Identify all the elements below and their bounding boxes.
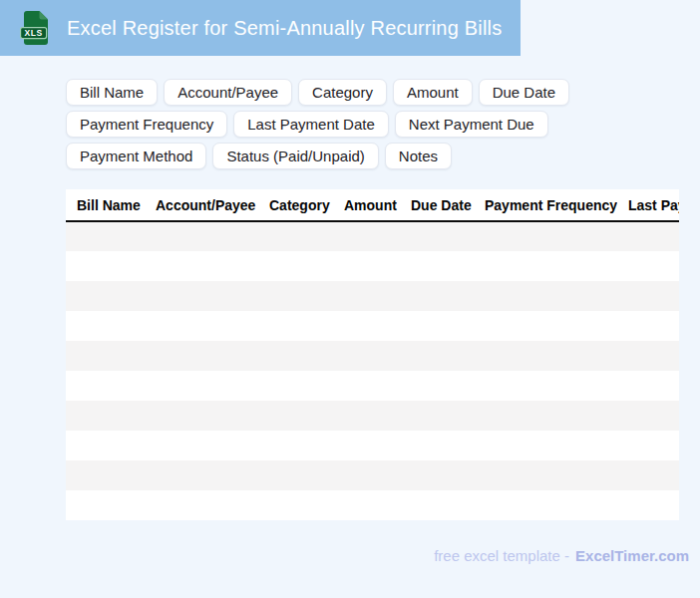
- field-chip: Bill Name: [66, 79, 158, 106]
- table-cell: [66, 311, 145, 341]
- table-cell: [617, 311, 679, 341]
- table-cell: [400, 221, 474, 251]
- table-cell: [400, 490, 474, 520]
- table-cell: [474, 251, 617, 281]
- field-chip: Payment Frequency: [66, 111, 227, 138]
- table-cell: [400, 401, 474, 431]
- table-cell: [145, 460, 258, 490]
- column-header: Payment Frequency: [474, 189, 617, 221]
- field-chip: Notes: [385, 143, 452, 169]
- table-cell: [333, 490, 400, 520]
- table-cell: [66, 401, 145, 431]
- table-cell: [258, 311, 333, 341]
- table-row: [66, 401, 679, 431]
- table-cell: [617, 281, 679, 311]
- page-title: Excel Register for Semi-Annually Recurri…: [67, 17, 502, 40]
- table-cell: [400, 460, 474, 490]
- table-cell: [258, 401, 333, 431]
- table-cell: [333, 460, 400, 490]
- column-header: Amount: [333, 189, 400, 221]
- table-cell: [145, 490, 258, 520]
- page: { "header": { "title": "Excel Register f…: [0, 0, 700, 598]
- table-cell: [66, 281, 145, 311]
- table-row: [66, 311, 679, 341]
- table-cell: [145, 401, 258, 431]
- xls-file-icon: XLS: [20, 10, 50, 46]
- column-header: Bill Name: [66, 189, 145, 221]
- table-row: [66, 490, 679, 520]
- table-cell: [474, 311, 617, 341]
- column-header: Last Payment Date: [617, 189, 679, 221]
- table-cell: [258, 221, 333, 251]
- table-row: [66, 460, 679, 490]
- field-chip: Category: [298, 79, 387, 106]
- table-cell: [474, 490, 617, 520]
- xls-badge-label: XLS: [25, 28, 43, 38]
- field-chip: Last Payment Date: [233, 111, 389, 138]
- footer-note: free excel template -ExcelTimer.com: [0, 547, 700, 564]
- field-chip: Amount: [393, 79, 473, 106]
- field-chip: Payment Method: [66, 143, 206, 169]
- table-cell: [145, 311, 258, 341]
- table-cell: [400, 281, 474, 311]
- table-cell: [617, 490, 679, 520]
- column-header: Account/Payee: [145, 189, 258, 221]
- table-cell: [258, 460, 333, 490]
- field-chip: Next Payment Due: [395, 111, 548, 138]
- table-cell: [617, 371, 679, 401]
- table-cell: [258, 341, 333, 371]
- table-cell: [474, 221, 617, 251]
- table-cell: [617, 341, 679, 371]
- table-cell: [333, 371, 400, 401]
- field-chip: Account/Payee: [164, 79, 292, 106]
- table-row: [66, 341, 679, 371]
- table-row: [66, 221, 679, 251]
- table-cell: [474, 401, 617, 431]
- table-cell: [474, 371, 617, 401]
- field-chip: Status (Paid/Unpaid): [212, 143, 378, 169]
- column-header: Category: [258, 189, 333, 221]
- table-cell: [617, 251, 679, 281]
- table-cell: [145, 431, 258, 460]
- table-cell: [145, 281, 258, 311]
- table-cell: [66, 251, 145, 281]
- table-cell: [400, 431, 474, 460]
- table-cell: [400, 251, 474, 281]
- register-table: Bill NameAccount/PayeeCategoryAmountDue …: [66, 189, 679, 520]
- table-cell: [333, 341, 400, 371]
- table-cell: [258, 251, 333, 281]
- table-cell: [474, 281, 617, 311]
- footer-brand-link[interactable]: ExcelTimer.com: [575, 547, 689, 564]
- table-cell: [66, 221, 145, 251]
- table-cell: [258, 371, 333, 401]
- table-cell: [66, 460, 145, 490]
- footer-text: free excel template -: [434, 547, 569, 564]
- table-cell: [258, 431, 333, 460]
- table-row: [66, 281, 679, 311]
- field-chip: Due Date: [479, 79, 569, 106]
- table-row: [66, 251, 679, 281]
- table-cell: [145, 251, 258, 281]
- table-cell: [617, 431, 679, 460]
- field-chip-list: Bill NameAccount/PayeeCategoryAmountDue …: [66, 79, 679, 169]
- table-cell: [400, 371, 474, 401]
- table-header-row: Bill NameAccount/PayeeCategoryAmountDue …: [66, 189, 679, 221]
- table-cell: [333, 311, 400, 341]
- table-cell: [145, 341, 258, 371]
- table-row: [66, 371, 679, 401]
- table-cell: [617, 221, 679, 251]
- register-table-container: Bill NameAccount/PayeeCategoryAmountDue …: [66, 189, 679, 520]
- table-body: [66, 221, 679, 520]
- table-cell: [258, 281, 333, 311]
- table-cell: [145, 371, 258, 401]
- table-cell: [617, 401, 679, 431]
- titlebar: XLS Excel Register for Semi-Annually Rec…: [0, 0, 521, 56]
- table-cell: [474, 341, 617, 371]
- table-cell: [333, 251, 400, 281]
- table-cell: [333, 431, 400, 460]
- table-cell: [333, 221, 400, 251]
- table-cell: [66, 341, 145, 371]
- table-row: [66, 431, 679, 460]
- table-cell: [66, 371, 145, 401]
- table-cell: [474, 460, 617, 490]
